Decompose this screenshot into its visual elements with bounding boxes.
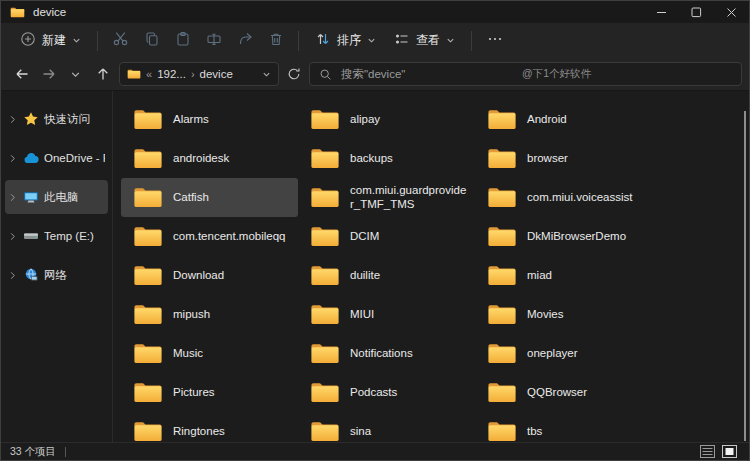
folder-name: QQBrowser	[527, 386, 587, 399]
new-button[interactable]: 新建	[11, 26, 90, 55]
folder-tile[interactable]: com.tencent.mobileqq	[121, 217, 298, 256]
minimize-button[interactable]	[644, 1, 679, 23]
folder-name: Ringtones	[173, 425, 225, 438]
folder-icon	[310, 263, 340, 288]
breadcrumb-overflow[interactable]: «	[146, 68, 152, 80]
folder-tile[interactable]: Alarms	[121, 100, 298, 139]
toolbar-separator	[298, 31, 299, 51]
title-bar[interactable]: device	[1, 1, 749, 23]
close-button[interactable]	[714, 1, 749, 23]
recent-locations-button[interactable]	[62, 61, 89, 87]
paste-button[interactable]	[167, 27, 198, 55]
share-icon	[237, 31, 253, 51]
refresh-button[interactable]	[281, 61, 307, 87]
folder-icon	[133, 380, 163, 405]
view-button[interactable]: 查看	[385, 26, 464, 55]
expand-chevron-icon[interactable]	[8, 154, 18, 163]
search-input[interactable]	[341, 68, 495, 80]
rename-button[interactable]	[198, 27, 229, 55]
folder-tile[interactable]: com.miui.voiceassist	[475, 178, 652, 217]
folder-name: com.miui.voiceassist	[527, 191, 632, 204]
sidebar-item-2[interactable]: 此电脑	[5, 180, 108, 214]
delete-button[interactable]	[260, 27, 291, 55]
folder-tile[interactable]: Ringtones	[121, 412, 298, 442]
address-bar[interactable]: « 192... › device	[119, 62, 279, 86]
folder-tile[interactable]: DkMiBrowserDemo	[475, 217, 652, 256]
search-box[interactable]: @下1个好软件	[309, 62, 742, 86]
folder-grid: Alarms alipay Android androidesk backups…	[121, 100, 749, 442]
folder-tile[interactable]: mipush	[121, 295, 298, 334]
large-icons-view-button[interactable]	[721, 445, 738, 459]
more-options-button[interactable]	[479, 27, 510, 55]
folder-tile[interactable]: browser	[475, 139, 652, 178]
new-button-label: 新建	[42, 32, 66, 49]
chevron-down-icon	[367, 34, 376, 48]
expand-chevron-icon[interactable]	[8, 232, 18, 241]
folder-tile[interactable]: Catfish	[121, 178, 298, 217]
navigation-pane: 快速访问 OneDrive - Persor 此电脑 Temp (E:) 网络	[1, 91, 113, 442]
cut-button[interactable]	[105, 27, 136, 55]
folder-icon	[310, 146, 340, 171]
folder-name: Podcasts	[350, 386, 397, 399]
star-icon	[23, 111, 39, 127]
folder-tile[interactable]: oneplayer	[475, 334, 652, 373]
sort-arrows-icon	[315, 31, 331, 50]
folder-name: com.miui.guardprovider_TMF_TMS	[350, 184, 467, 210]
folder-name: miad	[527, 269, 552, 282]
sidebar-item-3[interactable]: Temp (E:)	[5, 219, 108, 253]
folder-name: Download	[173, 269, 224, 282]
folder-tile[interactable]: com.miui.guardprovider_TMF_TMS	[298, 178, 475, 217]
folder-tile[interactable]: MIUI	[298, 295, 475, 334]
share-button[interactable]	[229, 27, 260, 55]
command-toolbar: 新建 排序	[1, 23, 749, 58]
breadcrumb-parent[interactable]: 192...	[157, 68, 186, 80]
folder-tile[interactable]: miad	[475, 256, 652, 295]
file-explorer-window: device 新建	[0, 0, 750, 461]
folder-tile[interactable]: Movies	[475, 295, 652, 334]
folder-tile[interactable]: Android	[475, 100, 652, 139]
status-bar: 33 个项目	[1, 442, 749, 460]
maximize-button[interactable]	[679, 1, 714, 23]
folder-tile[interactable]: DCIM	[298, 217, 475, 256]
folder-icon	[133, 224, 163, 249]
folder-icon	[487, 302, 517, 327]
vertical-scrollbar[interactable]	[744, 111, 746, 441]
folder-tile[interactable]: sina	[298, 412, 475, 442]
folder-tile[interactable]: Music	[121, 334, 298, 373]
folder-tile[interactable]: QQBrowser	[475, 373, 652, 412]
sidebar-item-4[interactable]: 网络	[5, 258, 108, 292]
folder-tile[interactable]: alipay	[298, 100, 475, 139]
folder-icon	[487, 185, 517, 210]
folder-icon	[487, 341, 517, 366]
sidebar-item-0[interactable]: 快速访问	[5, 102, 108, 136]
folder-tile[interactable]: androidesk	[121, 139, 298, 178]
breadcrumb-current[interactable]: device	[200, 68, 233, 80]
up-button[interactable]	[89, 61, 116, 87]
folder-tile[interactable]: duilite	[298, 256, 475, 295]
folder-icon	[487, 263, 517, 288]
folder-name: Catfish	[173, 191, 209, 204]
expand-chevron-icon[interactable]	[8, 271, 18, 280]
folder-name: backups	[350, 152, 393, 165]
folder-icon	[310, 185, 340, 210]
sort-button[interactable]: 排序	[306, 26, 385, 55]
folder-name: Movies	[527, 308, 563, 321]
folder-tile[interactable]: Notifications	[298, 334, 475, 373]
address-dropdown-chevron-icon[interactable]	[262, 70, 271, 79]
back-button[interactable]	[8, 61, 35, 87]
expand-chevron-icon[interactable]	[8, 115, 18, 124]
copy-button[interactable]	[136, 27, 167, 55]
details-view-button[interactable]	[699, 445, 716, 459]
folder-tile[interactable]: Pictures	[121, 373, 298, 412]
folder-icon	[310, 380, 340, 405]
expand-chevron-icon[interactable]	[8, 193, 18, 202]
folder-icon	[487, 146, 517, 171]
toolbar-separator	[471, 31, 472, 51]
folder-tile[interactable]: Podcasts	[298, 373, 475, 412]
onedrive-cloud-icon	[23, 150, 39, 166]
folder-tile[interactable]: tbs	[475, 412, 652, 442]
forward-button[interactable]	[35, 61, 62, 87]
folder-tile[interactable]: backups	[298, 139, 475, 178]
folder-tile[interactable]: Download	[121, 256, 298, 295]
sidebar-item-1[interactable]: OneDrive - Persor	[5, 141, 108, 175]
